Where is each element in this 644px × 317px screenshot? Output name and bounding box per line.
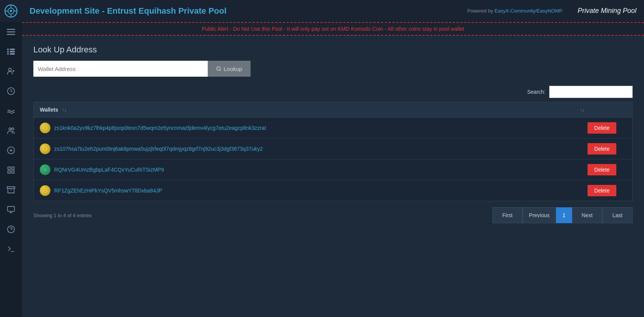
wallet-address-input[interactable] (33, 61, 208, 77)
svg-rect-15 (10, 53, 15, 55)
sidebar-item-help[interactable] (0, 219, 22, 239)
svg-rect-27 (8, 171, 10, 173)
alert-message: Public Alert - Do Not Use this Pool - It… (202, 26, 464, 32)
svg-line-38 (220, 70, 221, 71)
search-row: Search: (33, 86, 633, 98)
svg-point-16 (9, 68, 11, 71)
col-action: ↑↓ (572, 102, 632, 118)
search-label: Search: (527, 89, 545, 95)
sidebar-logo (0, 0, 22, 22)
pagination-previous[interactable]: Previous (523, 207, 556, 223)
delete-button[interactable]: Delete (588, 164, 616, 175)
action-cell: Delete (572, 139, 632, 159)
pagination: First Previous 1 Next Last (492, 207, 633, 223)
svg-rect-8 (7, 32, 15, 33)
wallet-address[interactable]: RF1ZgZEhEzHiPkYsQV5mhswY78Dvba84JP (54, 188, 162, 194)
main-content: Development Site - Entrust Equihash Priv… (22, 0, 644, 317)
table-row: zs107hsa7tu2eh2pum0tnj6ak8pmwa5ujzjlrfeq… (34, 139, 632, 159)
search-input[interactable] (549, 86, 633, 98)
entries-info: Showing 1 to 4 of 4 entries (33, 213, 92, 218)
sidebar-item-monitor[interactable] (0, 200, 22, 219)
svg-rect-10 (7, 49, 9, 50)
sidebar (0, 0, 22, 317)
pagination-last[interactable]: Last (602, 207, 633, 223)
pool-label: Private Mining Pool (578, 7, 636, 15)
sidebar-item-menu[interactable] (0, 22, 22, 42)
table-row: RF1ZgZEhEzHiPkYsQV5mhswY78Dvba84JP Delet… (34, 180, 632, 201)
content-area: Look Up Address Lookup Search: Wallets (22, 36, 644, 317)
powered-by-link[interactable]: EasyX-Community/EasyNOMP (495, 8, 563, 14)
header-title-main: Entrust Equihash Private Pool (107, 6, 226, 16)
col-wallets: Wallets ↑↓ (34, 102, 572, 118)
svg-rect-31 (8, 207, 14, 211)
svg-rect-25 (8, 167, 10, 169)
lookup-row: Lookup (33, 61, 633, 77)
delete-button[interactable]: Delete (588, 185, 616, 196)
delete-button[interactable]: Delete (588, 143, 616, 155)
sidebar-item-box[interactable] (0, 180, 22, 200)
svg-rect-26 (12, 167, 14, 169)
section-title: Look Up Address (33, 45, 633, 55)
sidebar-item-terminal[interactable] (0, 239, 22, 259)
svg-rect-12 (7, 51, 9, 52)
sidebar-item-workers[interactable] (0, 121, 22, 140)
svg-point-20 (9, 128, 11, 130)
sidebar-item-list[interactable] (0, 42, 22, 62)
wallet-address[interactable]: zs107hsa7tu2eh2pum0tnj6ak8pmwa5ujzjlrfeq… (54, 146, 263, 152)
wallet-cell: RQNrVG4UmzBgbpLaF4CQxYuCuRiTSizMP9 (34, 159, 572, 180)
svg-rect-14 (7, 53, 9, 55)
sidebar-item-dashboard[interactable] (0, 81, 22, 101)
pagination-current[interactable]: 1 (556, 207, 572, 223)
header-title-prefix: Development Site - (30, 6, 107, 16)
table-footer: Showing 1 to 4 of 4 entries First Previo… (33, 207, 633, 223)
header-title: Development Site - Entrust Equihash Priv… (30, 6, 227, 16)
lookup-button[interactable]: Lookup (208, 61, 251, 77)
pagination-next[interactable]: Next (572, 207, 602, 223)
wallet-cell: zs1knk0a2yv9kz7lhkp4p8jsnp0texn7d5wqm2e5… (34, 118, 572, 139)
wallet-cell: RF1ZgZEhEzHiPkYsQV5mhswY78Dvba84JP (34, 180, 572, 201)
wallets-table: Wallets ↑↓ ↑↓ zs1knk0a2yv9kz7lhkp4p8jsnp… (34, 102, 632, 201)
action-sort-icon[interactable]: ↑↓ (580, 107, 584, 113)
wallet-address[interactable]: RQNrVG4UmzBgbpLaF4CQxYuCuRiTSizMP9 (54, 167, 164, 173)
alert-bar: Public Alert - Do Not Use this Pool - It… (22, 22, 644, 36)
wallet-icon (40, 123, 50, 133)
header-powered: Powered by EasyX-Community/EasyNOMP (467, 8, 563, 14)
wallets-table-container: Wallets ↑↓ ↑↓ zs1knk0a2yv9kz7lhkp4p8jsnp… (33, 102, 633, 201)
wallets-sort-icon[interactable]: ↑↓ (62, 107, 66, 113)
wallet-cell: zs107hsa7tu2eh2pum0tnj6ak8pmwa5ujzjlrfeq… (34, 139, 572, 159)
pagination-first[interactable]: First (492, 207, 523, 223)
svg-rect-9 (7, 34, 15, 35)
action-cell: Delete (572, 159, 632, 180)
sidebar-item-blocks[interactable] (0, 160, 22, 180)
sidebar-item-user-add[interactable] (0, 62, 22, 81)
table-row: RQNrVG4UmzBgbpLaF4CQxYuCuRiTSizMP9 Delet… (34, 159, 632, 180)
svg-rect-29 (7, 187, 15, 189)
table-row: zs1knk0a2yv9kz7lhkp4p8jsnp0texn7d5wqm2e5… (34, 118, 632, 139)
wallet-address[interactable]: zs1knk0a2yv9kz7lhkp4p8jsnp0texn7d5wqm2e5… (54, 125, 266, 131)
header: Development Site - Entrust Equihash Priv… (22, 0, 644, 22)
svg-rect-28 (12, 171, 14, 173)
wallet-icon (40, 144, 50, 154)
action-cell: Delete (572, 180, 632, 201)
svg-point-37 (217, 67, 220, 70)
wallet-icon (40, 185, 50, 196)
sidebar-item-pool[interactable] (0, 101, 22, 121)
delete-button[interactable]: Delete (588, 122, 616, 134)
action-cell: Delete (572, 118, 632, 139)
wallet-icon (40, 164, 50, 175)
svg-rect-13 (10, 51, 15, 52)
svg-point-21 (12, 128, 14, 130)
sidebar-item-payments[interactable] (0, 140, 22, 160)
svg-point-2 (10, 10, 12, 12)
svg-rect-11 (10, 49, 15, 50)
svg-rect-7 (7, 29, 15, 30)
svg-point-43 (45, 169, 46, 170)
